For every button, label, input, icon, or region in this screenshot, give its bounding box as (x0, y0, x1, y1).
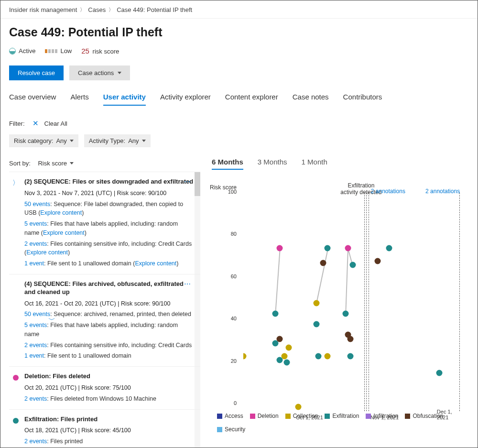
chart-point[interactable] (375, 258, 381, 264)
chart-point[interactable] (277, 245, 283, 251)
legend-item-obfuscation[interactable]: Obfuscation (405, 413, 443, 419)
chevron-down-icon (70, 140, 74, 142)
legend-item-access[interactable]: Access (217, 413, 243, 419)
event-count-link[interactable]: 50 events (24, 311, 50, 317)
status-active: Active (9, 47, 35, 55)
case-actions-button[interactable]: Case actions (69, 66, 130, 80)
event-item[interactable]: 〉(4) SEQUENCE: Files archived, obfuscate… (9, 274, 200, 367)
more-options-button[interactable]: ⋯ (184, 280, 191, 288)
legend-item-deletion[interactable]: Deletion (250, 413, 279, 419)
risk-score: 25 risk score (81, 47, 119, 55)
y-tick: 40 (231, 316, 237, 321)
category-dot-icon (13, 418, 19, 424)
chevron-down-icon (142, 140, 146, 142)
explore-content-link[interactable]: Explore content (43, 229, 85, 236)
explore-content-link[interactable]: Explore content (135, 260, 176, 267)
chart-point[interactable] (313, 321, 319, 328)
chart-point[interactable] (386, 245, 392, 251)
event-item[interactable]: Exfiltration: Files printedOct 18, 2021 … (9, 410, 200, 448)
legend-swatch-icon (366, 414, 371, 419)
event-item[interactable]: Deletion: Files deletedOct 20, 2021 (UTC… (9, 367, 200, 409)
chart-point[interactable] (240, 353, 247, 359)
priority-bars-icon (45, 49, 57, 53)
event-count-link[interactable]: 2 events (24, 342, 47, 349)
breadcrumb: Insider risk management 〉 Cases 〉 Case 4… (9, 4, 469, 18)
page-title: Case 449: Potential IP theft (9, 25, 469, 39)
chart-point[interactable] (286, 344, 292, 350)
chart-point[interactable] (325, 245, 331, 251)
sort-dropdown[interactable]: Sort by: Risk score (9, 158, 200, 169)
chevron-right-icon: 〉 (109, 6, 114, 13)
legend-swatch-icon (285, 414, 291, 419)
chart-legend: AccessDeletionCollectionExfiltrationInfi… (217, 413, 469, 433)
y-tick: 20 (231, 358, 237, 364)
risk-score-chart: Risk score 020406080100 Exfiltration act… (210, 184, 469, 433)
category-dot-icon (13, 375, 19, 381)
filter-pill[interactable]: Risk category: Any (9, 134, 78, 147)
crumb-root[interactable]: Insider risk management (9, 6, 77, 13)
chart-point[interactable] (349, 262, 356, 268)
chart-point[interactable] (277, 336, 283, 342)
legend-item-exfiltration[interactable]: Exfiltration (325, 413, 359, 419)
time-tab-3-months[interactable]: 3 Months (258, 158, 287, 170)
chart-point[interactable] (315, 353, 322, 359)
tab-user-activity[interactable]: User activity (103, 93, 146, 106)
event-count-link[interactable]: 50 events (24, 201, 50, 208)
resolve-case-button[interactable]: Resolve case (9, 66, 64, 80)
chevron-right-icon: 〉 (80, 6, 85, 13)
chart-point[interactable] (345, 245, 351, 251)
chart-point[interactable] (348, 353, 354, 359)
annotations-link[interactable]: 2 annotations (425, 188, 460, 195)
legend-swatch-icon (325, 414, 330, 419)
chevron-down-icon[interactable]: 〉 (0, 317, 55, 324)
chart-line-segment (316, 248, 328, 303)
chart-point[interactable] (320, 260, 326, 266)
clear-filter-icon[interactable]: ✕ (33, 119, 39, 128)
tab-contributors[interactable]: Contributors (343, 93, 382, 106)
chart-point[interactable] (348, 336, 354, 342)
chart-point[interactable] (277, 357, 283, 363)
chart-point[interactable] (283, 359, 290, 365)
event-count-link[interactable]: 1 event (24, 352, 44, 359)
event-count-link[interactable]: 5 events (24, 220, 47, 227)
event-count-link[interactable]: 2 events (24, 240, 47, 247)
tab-activity-explorer[interactable]: Activity explorer (160, 93, 211, 106)
more-options-button[interactable]: ⋯ (184, 178, 191, 186)
chevron-down-icon (70, 162, 74, 164)
chevron-down-icon (118, 72, 121, 74)
time-range-tabs: 6 Months3 Months1 Month (212, 158, 469, 170)
crumb-cases[interactable]: Cases (88, 6, 106, 13)
crumb-current: Case 449: Potential IP theft (117, 6, 192, 13)
event-count-link[interactable]: 1 event (24, 260, 44, 267)
chart-point[interactable] (343, 311, 349, 317)
annotation-line (459, 193, 460, 411)
legend-swatch-icon (405, 414, 410, 419)
legend-item-infiltration[interactable]: Infiltration (366, 413, 398, 419)
event-count-link[interactable]: 2 events (24, 395, 47, 402)
tab-case-overview[interactable]: Case overview (9, 93, 56, 106)
clear-all-link[interactable]: Clear All (44, 120, 67, 127)
explore-content-link[interactable]: Explore content (40, 209, 82, 216)
chart-point[interactable] (313, 300, 319, 306)
time-tab-1-month[interactable]: 1 Month (302, 158, 327, 170)
legend-item-security[interactable]: Security (217, 426, 245, 433)
filter-pill[interactable]: Activity Type: Any (84, 134, 151, 147)
event-list: 〉(2) SEQUENCE: Files or sites downgraded… (9, 172, 200, 448)
y-tick: 80 (231, 231, 237, 237)
event-item[interactable]: 〉(2) SEQUENCE: Files or sites downgraded… (9, 172, 200, 274)
chart-point[interactable] (436, 370, 442, 376)
chart-point[interactable] (295, 404, 301, 410)
legend-item-collection[interactable]: Collection (285, 413, 318, 419)
chevron-right-icon[interactable]: 〉 (12, 179, 19, 268)
tab-case-notes[interactable]: Case notes (293, 93, 329, 106)
chart-point[interactable] (325, 353, 331, 359)
annotations-link[interactable]: 2 annotations (371, 188, 405, 195)
tab-content-explorer[interactable]: Content explorer (225, 93, 278, 106)
event-count-link[interactable]: 2 events (24, 438, 47, 445)
legend-swatch-icon (217, 414, 222, 419)
tab-alerts[interactable]: Alerts (70, 93, 88, 106)
explore-content-link[interactable]: Explore content (26, 249, 68, 256)
chart-point[interactable] (272, 311, 278, 317)
time-tab-6-months[interactable]: 6 Months (212, 158, 243, 170)
y-tick: 100 (228, 189, 237, 195)
